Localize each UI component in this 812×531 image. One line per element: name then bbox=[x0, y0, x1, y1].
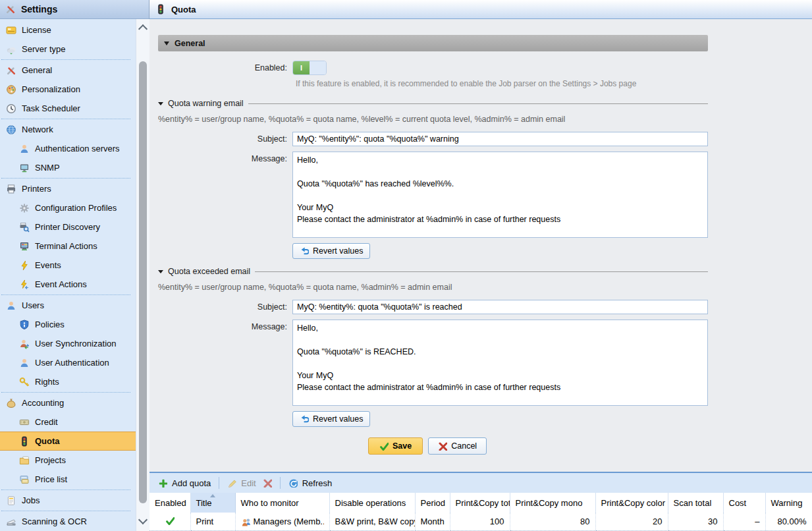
sidebar-item-authentication-servers[interactable]: Authentication servers bbox=[0, 139, 136, 158]
sidebar-item-terminal-actions[interactable]: Terminal Actions bbox=[0, 237, 136, 256]
warning-message-textarea[interactable]: Hello, Quota "%quota%" has reached %leve… bbox=[292, 152, 708, 238]
sidebar-item-personalization[interactable]: Personalization bbox=[0, 80, 136, 99]
col-who-to-monitor[interactable]: Who to monitor bbox=[235, 493, 329, 513]
col-print-copy-mono[interactable]: Print&Copy mono bbox=[510, 493, 595, 513]
refresh-button[interactable]: Refresh bbox=[285, 478, 336, 488]
warning-email-placeholders-hint: %entity% = user/group name, %quota% = qu… bbox=[158, 115, 708, 124]
sidebar-item-quota[interactable]: Quota bbox=[0, 432, 136, 451]
section-rule bbox=[248, 103, 708, 104]
general-section-header[interactable]: General bbox=[158, 35, 708, 51]
sidebar-item-label: Printer Discovery bbox=[35, 222, 100, 232]
quota-settings-form: General Enabled: I If this feature is en… bbox=[149, 19, 812, 472]
sidebar-item-label: Credit bbox=[35, 417, 58, 427]
sidebar-item-projects[interactable]: Projects bbox=[0, 451, 136, 470]
delete-quota-button[interactable] bbox=[259, 478, 275, 488]
col-title[interactable]: Title bbox=[190, 493, 235, 513]
sidebar-item-label: Network bbox=[22, 125, 53, 134]
terminal-actions-icon bbox=[19, 241, 30, 252]
sidebar-item-rights[interactable]: Rights bbox=[0, 372, 136, 391]
credit-icon bbox=[19, 417, 30, 428]
warning-revert-values-button[interactable]: Revert values bbox=[292, 243, 370, 259]
col-scan-total[interactable]: Scan total bbox=[668, 493, 723, 513]
sidebar-item-users[interactable]: Users bbox=[0, 296, 136, 315]
add-quota-button[interactable]: Add quota bbox=[155, 478, 214, 488]
sidebar-item-accounting[interactable]: Accounting bbox=[0, 393, 136, 412]
cell-warning: 80.00% bbox=[765, 513, 812, 531]
sidebar-item-label: Server type bbox=[22, 44, 65, 54]
sidebar-item-general[interactable]: General bbox=[0, 61, 136, 80]
sidebar-item-snmp[interactable]: SNMP bbox=[0, 158, 136, 177]
cell-print-copy-mono: 80 bbox=[510, 513, 595, 531]
check-icon bbox=[379, 441, 389, 451]
sidebar-item-credit[interactable]: Credit bbox=[0, 412, 136, 432]
sidebar-item-policies[interactable]: Policies bbox=[0, 315, 136, 334]
sidebar-separator bbox=[1, 178, 130, 179]
general-icon bbox=[6, 65, 16, 76]
sidebar-item-price-list[interactable]: Price list bbox=[0, 470, 136, 489]
scanning-ocr-icon bbox=[6, 517, 16, 527]
sidebar-item-label: Accounting bbox=[22, 398, 64, 408]
sidebar-item-scanning-ocr[interactable]: Scanning & OCR bbox=[0, 512, 136, 531]
app-window: Settings License Server type General Per… bbox=[0, 0, 812, 531]
scroll-up-arrow[interactable] bbox=[138, 24, 148, 34]
sidebar-item-label: Projects bbox=[35, 455, 66, 465]
save-button[interactable]: Save bbox=[368, 437, 423, 455]
exceeded-revert-values-button[interactable]: Revert values bbox=[292, 411, 370, 427]
revert-icon bbox=[300, 414, 309, 424]
quota-exceeded-email-section-header[interactable]: Quota exceeded email bbox=[158, 267, 708, 276]
toggle-on-segment: I bbox=[293, 61, 310, 74]
sidebar-scrollbar[interactable] bbox=[136, 19, 149, 531]
sidebar-item-user-authentication[interactable]: User Authentication bbox=[0, 353, 136, 372]
col-warning[interactable]: Warning bbox=[765, 493, 812, 513]
col-print-copy-color[interactable]: Print&Copy color bbox=[595, 493, 668, 513]
edit-quota-button[interactable]: Edit bbox=[224, 478, 259, 488]
sidebar-item-network[interactable]: Network bbox=[0, 120, 136, 139]
scrollbar-thumb[interactable] bbox=[139, 61, 147, 503]
events-icon bbox=[19, 260, 30, 271]
col-disable-operations[interactable]: Disable operations bbox=[329, 493, 415, 513]
enabled-toggle[interactable]: I bbox=[292, 61, 327, 75]
sidebar-item-label: Policies bbox=[35, 320, 65, 329]
sidebar-item-label: License bbox=[22, 25, 51, 35]
user-authentication-icon bbox=[19, 358, 30, 368]
toggle-off-segment bbox=[310, 61, 326, 74]
col-print-copy-total[interactable]: Print&Copy tota bbox=[450, 493, 510, 513]
sidebar-item-task-scheduler[interactable]: Task Scheduler bbox=[0, 99, 136, 118]
printers-icon bbox=[6, 184, 16, 194]
cancel-button[interactable]: Cancel bbox=[428, 437, 487, 455]
personalization-icon bbox=[6, 84, 16, 95]
task-scheduler-icon bbox=[6, 103, 16, 114]
scroll-down-arrow[interactable] bbox=[138, 515, 148, 524]
exceeded-message-textarea[interactable]: Hello, Quota "%quota%" is REACHED. Your … bbox=[292, 320, 708, 406]
settings-icon bbox=[5, 4, 16, 14]
sidebar-item-printers[interactable]: Printers bbox=[0, 179, 136, 198]
sidebar-item-license[interactable]: License bbox=[0, 20, 136, 40]
quota-warning-email-section-header[interactable]: Quota warning email bbox=[158, 99, 708, 108]
toolbar-separator bbox=[219, 477, 219, 489]
enabled-check-icon bbox=[165, 516, 175, 525]
cell-cost: – bbox=[723, 513, 765, 531]
sidebar-item-label: Events bbox=[35, 260, 61, 270]
table-row[interactable]: Print Managers (Memb... B&W print, B&W c… bbox=[149, 513, 812, 531]
col-cost[interactable]: Cost bbox=[723, 493, 765, 513]
sidebar-item-event-actions[interactable]: Event Actions bbox=[0, 275, 136, 294]
sidebar-item-label: Terminal Actions bbox=[35, 241, 97, 251]
exceeded-subject-input[interactable] bbox=[292, 300, 708, 314]
col-enabled[interactable]: Enabled bbox=[149, 493, 190, 513]
sidebar-item-printer-discovery[interactable]: Printer Discovery bbox=[0, 217, 136, 237]
col-period[interactable]: Period bbox=[415, 493, 450, 513]
sidebar-item-label: Quota bbox=[35, 436, 60, 446]
sort-asc-icon bbox=[210, 494, 215, 497]
sidebar-item-events[interactable]: Events bbox=[0, 256, 136, 275]
sidebar-item-jobs[interactable]: Jobs bbox=[0, 491, 136, 510]
sidebar-separator bbox=[1, 59, 130, 60]
cell-title: Print bbox=[190, 513, 235, 531]
quota-panel: Quota General Enabled: I If this feature… bbox=[149, 0, 812, 531]
sidebar-separator bbox=[1, 294, 130, 295]
sidebar-item-configuration-profiles[interactable]: Configuration Profiles bbox=[0, 198, 136, 217]
sidebar-item-label: SNMP bbox=[35, 163, 60, 173]
warning-subject-input[interactable] bbox=[292, 132, 708, 146]
sidebar-item-server-type[interactable]: Server type bbox=[0, 40, 136, 59]
sidebar-item-user-synchronization[interactable]: User Synchronization bbox=[0, 334, 136, 353]
cell-period: Month bbox=[415, 513, 450, 531]
